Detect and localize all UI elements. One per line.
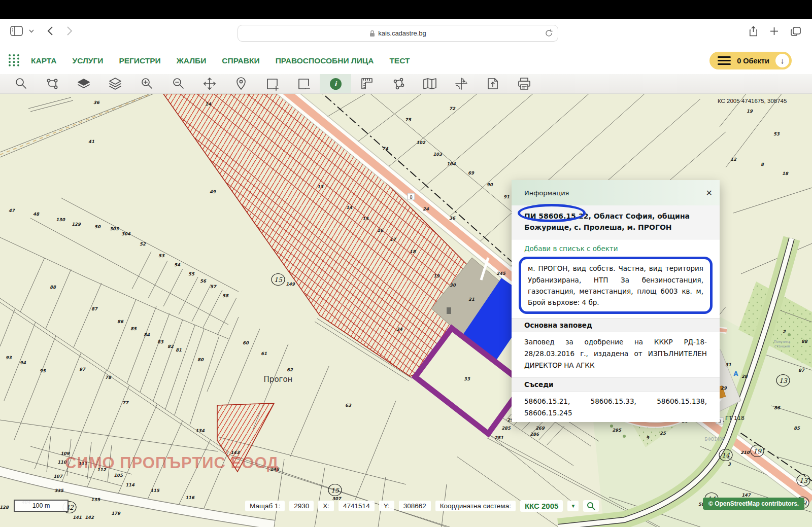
parcel-number-label: 57 (210, 284, 217, 289)
back-button[interactable] (47, 26, 53, 36)
parcel-number-label: 62 (287, 367, 293, 372)
nav-item-тест[interactable]: ТЕСТ (389, 56, 410, 65)
map-canvas[interactable]: 88 4147481301295030330436888786858483828… (0, 94, 812, 527)
layers-icon[interactable] (99, 74, 131, 93)
apps-grid-icon[interactable] (8, 54, 20, 68)
parcel-number-label: 72 (449, 106, 456, 111)
coordinate-axes-icon[interactable] (446, 74, 477, 93)
parcel-number-label: 335 (54, 488, 64, 493)
zoom-in-icon[interactable] (131, 74, 162, 93)
order-section-header: Основна заповед (512, 318, 720, 332)
parcel-number-label: 84 (144, 332, 150, 337)
parcel-number-label: 54 (174, 262, 181, 267)
select-minus-icon[interactable] (288, 74, 320, 93)
place-label: Помпена (774, 340, 791, 344)
order-text: Заповед за одобрение на КККР РД-18-28/28… (512, 332, 720, 374)
export-icon[interactable] (477, 74, 509, 93)
share-icon[interactable] (749, 26, 758, 37)
nav-item-правоспособни-лица[interactable]: ПРАВОСПОСОБНИ ЛИЦА (276, 56, 374, 65)
parcel-number-label: 285 (501, 426, 511, 431)
parcel-number-label: 86 (774, 405, 781, 410)
select-plus-icon[interactable] (257, 74, 288, 93)
routing-icon[interactable] (37, 74, 68, 93)
url-text: kais.cadastre.bg (378, 29, 426, 37)
neighbors-section-header: Съседи (512, 377, 720, 392)
parcel-number-label: 130 (56, 217, 65, 222)
print-icon[interactable] (509, 74, 540, 93)
chevron-down-icon[interactable] (29, 29, 34, 33)
nav-item-регистри[interactable]: РЕГИСТРИ (119, 56, 160, 65)
parcel-number-label: 29 (721, 385, 727, 391)
new-tab-icon[interactable] (770, 27, 779, 36)
parcel-number-label: 25 (660, 431, 666, 436)
coordinate-search-icon[interactable] (583, 500, 599, 512)
tabs-overview-icon[interactable] (791, 27, 801, 36)
forward-button[interactable] (66, 26, 73, 36)
vertices-icon[interactable] (383, 74, 414, 93)
measure-icon[interactable] (351, 74, 383, 93)
parcel-number-label: 30 (450, 283, 456, 288)
parcel-number-label: 19 (747, 109, 753, 114)
parcel-number-label: 105 (114, 473, 123, 478)
objects-button[interactable]: 0 Обекти ↓ (709, 52, 792, 69)
info-panel: Информация ✕ ПИ 58606.15.22, Област Софи… (512, 180, 720, 422)
parcel-number-label: 179 (111, 511, 121, 516)
location-pin-icon[interactable] (225, 74, 257, 93)
parcel-description: м. ПРОГОН, вид собств. Частна, вид терит… (519, 257, 713, 314)
parcel-number-label: 53 (773, 131, 780, 136)
layers-filled-icon[interactable] (68, 74, 99, 93)
parcel-number-label: 80 (197, 357, 204, 362)
search-icon[interactable] (5, 74, 37, 93)
parcel-number-label: 47 (9, 208, 15, 213)
sidebar-toggle-icon[interactable] (10, 26, 23, 36)
circled-number-text: 13 (779, 377, 788, 384)
y-value[interactable]: 308662 (399, 501, 431, 511)
nav-item-услуги[interactable]: УСЛУГИ (72, 56, 103, 65)
parcel-number-label: 55 (188, 271, 195, 276)
parcel-number-label: 116 (185, 495, 195, 500)
parcel-number-label: 82 (167, 344, 174, 349)
parcel-number-label: 14 (346, 205, 353, 210)
url-bar[interactable]: kais.cadastre.bg (238, 25, 558, 42)
circled-number-text: 13 (799, 477, 808, 484)
app-navbar: КАРТАУСЛУГИРЕГИСТРИЖАЛБИСПРАВКИПРАВОСПОС… (0, 48, 812, 74)
add-to-objects-link[interactable]: Добави в списък с обекти (512, 239, 720, 256)
place-label: Прогон (264, 375, 293, 384)
nav-item-жалби[interactable]: ЖАЛБИ (177, 56, 207, 65)
nav-item-карта[interactable]: КАРТА (31, 56, 56, 65)
parcel-number-label: 88 (50, 285, 56, 290)
parcel-number-label: 245 (496, 271, 506, 276)
nav-item-справки[interactable]: СПРАВКИ (222, 56, 259, 65)
reload-icon[interactable] (545, 29, 553, 38)
info-panel-title: Информация (524, 189, 706, 197)
objects-count-label: 0 Обекти (731, 57, 775, 65)
scale-bar: 100 m (14, 500, 69, 512)
close-icon[interactable]: ✕ (706, 188, 713, 198)
parcel-number-label: 114 (125, 482, 135, 487)
parcel-number-label: 115 (150, 488, 160, 493)
status-bar: Мащаб 1: 2930 X: 4741514 Y: 308662 Коорд… (245, 500, 599, 512)
parcel-number-label: 135 (91, 497, 100, 502)
parcel-identifier-heading: ПИ 58606.15.22, Област София, община Бож… (512, 205, 720, 239)
crs-dropdown-icon[interactable]: ▼ (567, 501, 579, 511)
map-icon[interactable] (414, 74, 446, 93)
parcel-number-label: 303 (110, 226, 119, 231)
zoom-out-icon[interactable] (162, 74, 194, 93)
crs-value[interactable]: ККС 2005 (520, 500, 563, 512)
osm-attribution[interactable]: © OpenStreetMap contributors. (703, 498, 804, 510)
pan-icon[interactable] (194, 74, 225, 93)
parcel-number-label: 134 (195, 428, 205, 433)
neighbors-list: 58606.15.21, 58606.15.33, 58606.15.138, … (512, 392, 720, 422)
building-footprint (447, 307, 451, 314)
parcel-number-label: 49 (210, 189, 216, 194)
parcel-number-label: 141 (73, 515, 82, 520)
info-tool-icon[interactable]: i (320, 74, 351, 93)
parcel-number-label: 18 (782, 171, 789, 176)
x-value[interactable]: 4741514 (339, 501, 375, 511)
info-panel-header: Информация ✕ (512, 180, 720, 205)
parcel-number-label: 128 (0, 505, 9, 510)
place-label: А (733, 370, 738, 377)
scale-value[interactable]: 2930 (289, 501, 314, 511)
parcel-number-label: 147 (741, 493, 751, 498)
y-label: Y: (379, 501, 394, 511)
